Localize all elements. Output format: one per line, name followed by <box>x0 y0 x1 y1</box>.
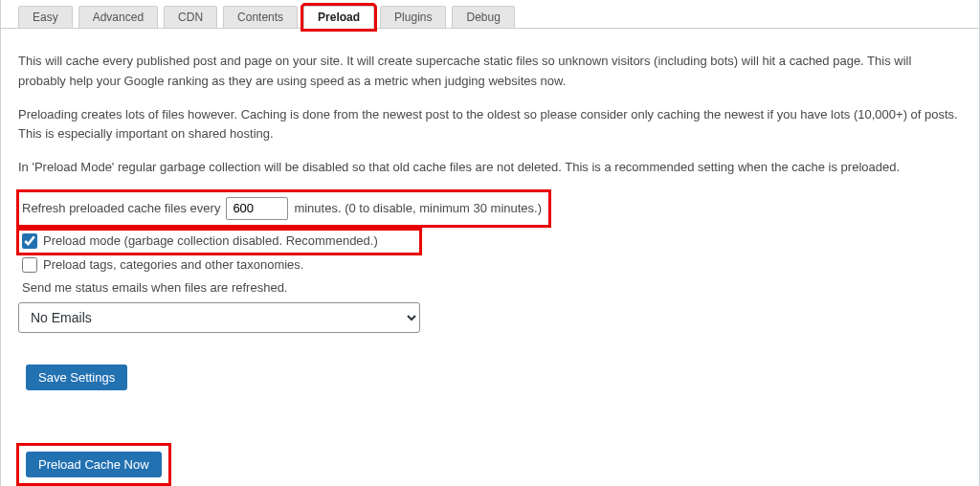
intro-paragraph-2: Preloading creates lots of files however… <box>18 105 962 145</box>
preload-taxonomies-label: Preload tags, categories and other taxon… <box>43 255 303 276</box>
save-settings-button[interactable]: Save Settings <box>26 364 127 390</box>
tab-easy[interactable]: Easy <box>18 6 73 29</box>
intro-paragraph-1: This will cache every published post and… <box>18 52 962 92</box>
refresh-prefix-label: Refresh preloaded cache files every <box>22 199 220 219</box>
tab-contents[interactable]: Contents <box>223 6 298 29</box>
preload-cache-now-button[interactable]: Preload Cache Now <box>26 452 162 477</box>
tab-preload[interactable]: Preload <box>303 6 374 29</box>
preload-mode-row: Preload mode (garbage collection disable… <box>18 230 420 254</box>
tab-cdn[interactable]: CDN <box>164 6 217 29</box>
status-email-select[interactable]: No Emails <box>18 302 420 333</box>
preload-mode-label: Preload mode (garbage collection disable… <box>43 232 378 252</box>
preload-mode-checkbox[interactable] <box>22 233 37 249</box>
intro-paragraph-3: In 'Preload Mode' regular garbage collec… <box>18 158 962 178</box>
status-email-label: Send me status emails when files are ref… <box>18 277 962 299</box>
tab-debug[interactable]: Debug <box>452 6 514 29</box>
preload-taxonomies-checkbox[interactable] <box>22 257 37 273</box>
refresh-minutes-input[interactable] <box>226 197 288 220</box>
preload-taxonomies-row: Preload tags, categories and other taxon… <box>18 254 962 277</box>
refresh-interval-row: Refresh preloaded cache files every minu… <box>18 191 549 226</box>
tab-row: Easy Advanced CDN Contents Preload Plugi… <box>1 0 979 29</box>
tab-plugins[interactable]: Plugins <box>380 6 446 29</box>
tab-advanced[interactable]: Advanced <box>78 6 158 29</box>
refresh-suffix-label: minutes. (0 to disable, minimum 30 minut… <box>294 199 542 219</box>
